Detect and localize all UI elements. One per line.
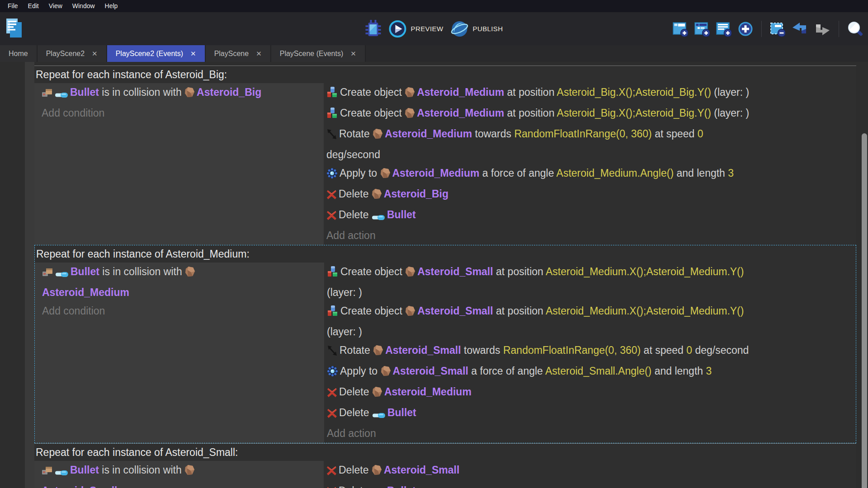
tab-close-icon[interactable]: ✕ — [256, 50, 262, 58]
object-name: Asteroid_Big — [197, 86, 261, 98]
action-row[interactable]: Apply to Asteroid_Medium a force of angl… — [326, 164, 856, 185]
asteroid-icon — [405, 304, 415, 323]
expression-text: Asteroid_Medium.X();Asteroid_Medium.Y() — [546, 305, 744, 317]
instruction-text: Apply to — [340, 167, 380, 179]
action-row[interactable]: Create object Asteroid_Small at position… — [327, 302, 856, 341]
menu-item-window[interactable]: Window — [67, 0, 100, 12]
action-row[interactable]: Delete Bullet — [327, 404, 856, 424]
asteroid-icon — [185, 265, 195, 283]
instruction-text: Delete — [339, 386, 372, 398]
vertical-scrollbar[interactable] — [862, 133, 867, 488]
asteroid-icon — [405, 265, 415, 283]
action-row[interactable]: Create object Asteroid_Medium at positio… — [326, 83, 856, 104]
action-row[interactable]: Rotate Asteroid_Medium towards RandomFlo… — [326, 125, 856, 164]
instruction-text: a force of angle — [468, 365, 545, 377]
add-comment-icon[interactable] — [716, 21, 731, 37]
action-row[interactable]: Delete Asteroid_Medium — [327, 383, 856, 404]
tab-home[interactable]: Home — [0, 45, 38, 62]
object-name: Bullet — [387, 209, 416, 221]
add-subevent-icon[interactable] — [694, 21, 710, 37]
menu-item-edit[interactable]: Edit — [23, 0, 44, 12]
tab-playscene2-events[interactable]: PlayScene2 (Events)✕ — [107, 45, 206, 62]
action-row[interactable]: Create object Asteroid_Medium at positio… — [326, 104, 856, 125]
tab-playscene-events[interactable]: PlayScene (Events)✕ — [271, 45, 366, 62]
add-condition-link[interactable]: Add condition — [42, 104, 318, 122]
expression-text: RandomFloatInRange(0, 360) — [514, 128, 651, 140]
publish-icon — [450, 20, 468, 38]
redo-icon[interactable] — [814, 21, 830, 37]
create-object-icon — [327, 304, 339, 323]
add-action-link[interactable]: Add action — [327, 424, 856, 443]
create-object-icon — [327, 265, 339, 283]
menu-item-file[interactable]: File — [3, 0, 23, 12]
force-icon — [327, 364, 338, 383]
instruction-text: and length — [651, 365, 706, 377]
menu-item-help[interactable]: Help — [100, 0, 123, 12]
add-condition-link[interactable]: Add condition — [42, 302, 319, 320]
instruction-text: (layer: ) — [327, 286, 362, 298]
action-row[interactable]: Rotate Asteroid_Small towards RandomFloa… — [327, 341, 856, 362]
instruction-text: is in collision with — [99, 266, 185, 277]
publish-button[interactable]: PUBLISH — [450, 20, 503, 38]
event-block-3[interactable]: Repeat for each instance of Asteroid_Sma… — [34, 443, 856, 488]
expression-text: Asteroid_Medium.X();Asteroid_Medium.Y() — [546, 266, 744, 277]
asteroid-icon — [373, 127, 383, 145]
action-row[interactable]: Apply to Asteroid_Small a force of angle… — [327, 362, 856, 383]
delete-icon — [326, 187, 337, 206]
preview-button[interactable]: PREVIEW — [389, 20, 443, 38]
condition-row[interactable]: Bullet is in collision with Asteroid_Med… — [42, 263, 319, 302]
tab-playscene[interactable]: PlayScene✕ — [206, 45, 271, 62]
expression-text: 3 — [706, 365, 712, 377]
search-icon[interactable] — [847, 21, 863, 37]
menu-item-view[interactable]: View — [44, 0, 67, 12]
action-row[interactable]: Delete Asteroid_Small — [326, 461, 856, 482]
instruction-text: at speed — [641, 344, 686, 356]
rotate-icon — [326, 127, 337, 145]
add-action-link[interactable]: Add action — [326, 226, 856, 245]
remove-selection-icon[interactable] — [770, 21, 785, 37]
event-block-1[interactable]: Repeat for each instance of Asteroid_Big… — [34, 66, 856, 245]
object-name: Asteroid_Medium — [392, 167, 480, 179]
action-row[interactable]: Create object Asteroid_Small at position… — [327, 263, 856, 302]
instruction-text: Create object — [340, 266, 405, 277]
instruction-text: Delete — [339, 209, 372, 221]
tab-close-icon[interactable]: ✕ — [92, 50, 98, 58]
event-header[interactable]: Repeat for each instance of Asteroid_Big… — [34, 66, 856, 83]
action-row[interactable]: Delete Bullet — [326, 482, 856, 488]
action-row[interactable]: Delete Bullet — [326, 206, 856, 226]
object-name: Asteroid_Small — [393, 365, 468, 377]
delete-icon — [327, 385, 337, 404]
asteroid-icon — [405, 106, 415, 125]
object-name: Asteroid_Medium — [417, 86, 504, 98]
event-block-2[interactable]: Repeat for each instance of Asteroid_Med… — [34, 245, 856, 443]
add-event-icon[interactable] — [673, 21, 688, 37]
tab-playscene2[interactable]: PlayScene2✕ — [38, 45, 107, 62]
object-name: Asteroid_Small — [384, 464, 459, 476]
object-name: Bullet — [387, 485, 416, 488]
event-header[interactable]: Repeat for each instance of Asteroid_Med… — [35, 245, 856, 263]
instruction-text: (layer: ) — [711, 107, 749, 119]
tab-close-icon[interactable]: ✕ — [190, 50, 196, 58]
project-manager-icon[interactable] — [5, 18, 23, 38]
expression-text: 0 — [686, 344, 692, 356]
events-gutter — [25, 62, 34, 488]
choose-event-icon[interactable] — [738, 21, 753, 37]
instruction-text: is in collision with — [99, 86, 184, 98]
delete-icon — [326, 484, 337, 488]
event-header[interactable]: Repeat for each instance of Asteroid_Sma… — [34, 444, 856, 461]
publish-label: PUBLISH — [472, 25, 503, 33]
object-name: Asteroid_Medium — [385, 128, 472, 140]
object-name: Bullet — [70, 464, 99, 476]
instruction-text: Rotate — [339, 128, 373, 140]
undo-icon[interactable] — [792, 21, 808, 37]
expression-text: 3 — [728, 167, 734, 179]
tab-close-icon[interactable]: ✕ — [350, 50, 356, 58]
instruction-text: Apply to — [340, 365, 381, 377]
toolbar-divider — [761, 21, 762, 37]
conditions-column: Bullet is in collision with Asteroid_Med… — [35, 263, 324, 443]
action-row[interactable]: Delete Asteroid_Big — [326, 185, 856, 206]
condition-row[interactable]: Bullet is in collision with Asteroid_Sma… — [42, 461, 318, 488]
object-name: Asteroid_Medium — [417, 107, 504, 119]
debugger-icon[interactable] — [365, 19, 382, 39]
condition-row[interactable]: Bullet is in collision with Asteroid_Big — [42, 83, 318, 104]
